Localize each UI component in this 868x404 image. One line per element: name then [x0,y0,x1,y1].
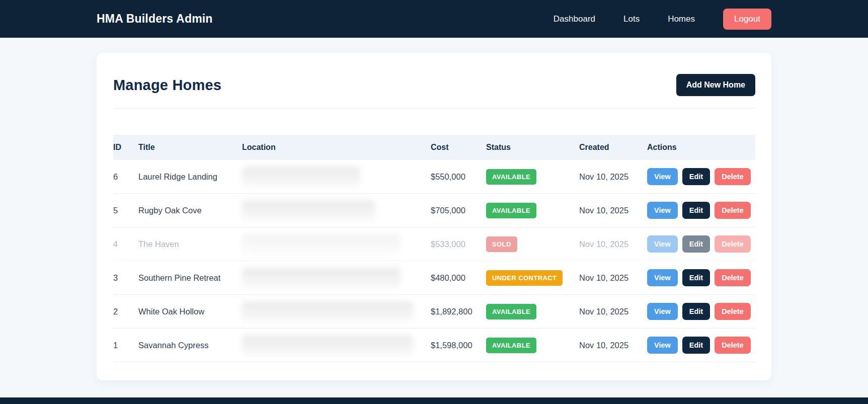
column-header-location: Location [242,143,431,152]
edit-button[interactable]: Edit [682,202,710,219]
row-id: 5 [113,206,138,215]
status-cell: SOLD [486,236,579,252]
edit-button[interactable]: Edit [682,168,710,185]
row-id: 1 [113,341,138,350]
status-cell: AVAILABLE [486,304,579,319]
location-redacted-blur [242,268,401,288]
status-cell: AVAILABLE [486,203,579,218]
location-cell [242,167,431,187]
cost-value: $550,000 [431,172,486,182]
status-badge: AVAILABLE [486,338,536,353]
location-redacted-blur [242,234,401,254]
edit-button[interactable]: Edit [682,269,710,286]
delete-button[interactable]: Delete [715,269,751,286]
location-redacted-blur [242,167,360,187]
table-row: 2 White Oak Hollow $1,892,800 AVAILABLE … [113,295,755,329]
table-row: 4 The Haven $533,000 SOLD Nov 10, 2025 V… [113,227,755,261]
nav-link-dashboard[interactable]: Dashboard [554,14,595,24]
view-button[interactable]: View [647,303,678,320]
homes-table: ID Title Location Cost Status Created Ac… [113,135,755,362]
cost-value: $1,598,000 [431,341,486,350]
created-date: Nov 10, 2025 [579,341,647,350]
home-title: White Oak Hollow [138,307,242,316]
column-header-status: Status [486,143,579,152]
manage-homes-card: Manage Homes Add New Home ID Title Locat… [97,53,771,380]
footer-bar [0,397,868,404]
table-header-row: ID Title Location Cost Status Created Ac… [113,135,755,160]
created-date: Nov 10, 2025 [579,307,647,316]
home-title: The Haven [138,239,242,249]
created-date: Nov 10, 2025 [579,206,647,215]
actions-cell: View Edit Delete [647,202,755,219]
location-redacted-blur [242,301,413,321]
created-date: Nov 10, 2025 [579,239,647,249]
row-id: 6 [113,172,138,182]
view-button[interactable]: View [647,202,678,219]
status-cell: AVAILABLE [486,338,579,353]
actions-cell: View Edit Delete [647,235,755,253]
column-header-created: Created [579,143,647,152]
cost-value: $533,000 [431,239,486,249]
delete-button[interactable]: Delete [715,235,751,253]
delete-button[interactable]: Delete [715,337,751,354]
column-header-actions: Actions [647,143,755,152]
add-new-home-button[interactable]: Add New Home [676,74,755,96]
actions-cell: View Edit Delete [647,168,755,185]
location-cell [242,268,431,288]
created-date: Nov 10, 2025 [579,273,647,283]
status-badge: AVAILABLE [486,169,536,185]
view-button[interactable]: View [647,235,678,253]
status-badge: SOLD [486,236,517,252]
table-row: 6 Laurel Ridge Landing $550,000 AVAILABL… [113,160,755,194]
nav-links: Dashboard Lots Homes Logout [554,9,771,30]
view-button[interactable]: View [647,168,678,185]
status-badge: AVAILABLE [486,203,536,218]
view-button[interactable]: View [647,337,678,354]
actions-cell: View Edit Delete [647,337,755,354]
column-header-cost: Cost [431,143,486,152]
edit-button[interactable]: Edit [682,235,710,253]
location-cell [242,234,431,254]
view-button[interactable]: View [647,269,678,286]
table-row: 3 Southern Pine Retreat $480,000 UNDER C… [113,261,755,295]
home-title: Rugby Oak Cove [138,206,242,215]
home-title: Laurel Ridge Landing [138,172,242,182]
actions-cell: View Edit Delete [647,303,755,320]
row-id: 4 [113,239,138,249]
status-badge: UNDER CONTRACT [486,270,563,286]
status-cell: UNDER CONTRACT [486,270,579,286]
row-id: 3 [113,273,138,283]
delete-button[interactable]: Delete [715,202,751,219]
nav-link-homes[interactable]: Homes [668,14,695,24]
home-title: Savannah Cypress [138,341,242,350]
location-cell [242,335,431,355]
location-cell [242,200,431,220]
cost-value: $480,000 [431,273,486,283]
table-row: 1 Savannah Cypress $1,598,000 AVAILABLE … [113,329,755,362]
location-cell [242,301,431,321]
created-date: Nov 10, 2025 [579,172,647,182]
nav-link-lots[interactable]: Lots [623,14,640,24]
home-title: Southern Pine Retreat [138,273,242,283]
cost-value: $705,000 [431,206,486,215]
card-header: Manage Homes Add New Home [113,74,755,96]
delete-button[interactable]: Delete [715,168,751,185]
column-header-title: Title [138,143,242,152]
logout-button[interactable]: Logout [723,9,771,30]
status-badge: AVAILABLE [486,304,536,319]
brand-title: HMA Builders Admin [97,12,213,26]
top-navbar: HMA Builders Admin Dashboard Lots Homes … [0,0,868,38]
row-id: 2 [113,307,138,316]
delete-button[interactable]: Delete [715,303,751,320]
location-redacted-blur [242,200,375,220]
navbar-inner: HMA Builders Admin Dashboard Lots Homes … [97,9,771,30]
status-cell: AVAILABLE [486,169,579,185]
cost-value: $1,892,800 [431,307,486,316]
header-divider [113,108,755,109]
location-redacted-blur [242,335,413,355]
page-title: Manage Homes [113,77,221,94]
edit-button[interactable]: Edit [682,337,710,354]
column-header-id: ID [113,143,138,152]
actions-cell: View Edit Delete [647,269,755,286]
edit-button[interactable]: Edit [682,303,710,320]
